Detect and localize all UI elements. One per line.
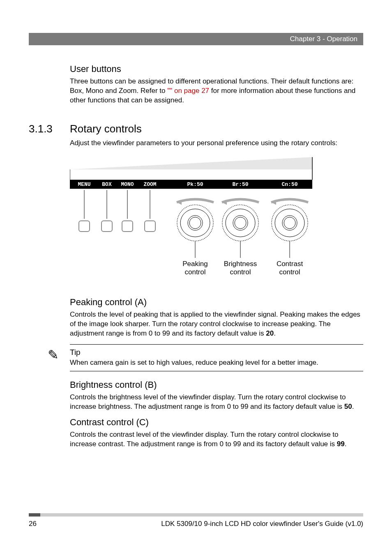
brightness-para: Controls the brightness level of the vie… [70,393,363,412]
knob-peaking: Peaking control [177,199,214,276]
svg-point-32 [284,217,295,229]
page-number: 26 [29,520,37,528]
svg-text:control: control [279,268,300,276]
svg-marker-0 [70,157,312,169]
rotary-controls-diagram: MENU BOX MONO ZOOM Pk:50 Br:50 Cn:50 [70,157,363,285]
chapter-label: Chapter 3 - Operation [290,35,357,43]
svg-rect-9 [101,221,112,232]
svg-rect-11 [145,221,155,232]
svg-text:control: control [230,268,251,276]
svg-rect-10 [122,221,133,232]
peaking-para: Controls the level of peaking that is ap… [70,310,363,338]
svg-point-24 [235,217,246,229]
contrast-para: Controls the contrast level of the viewf… [70,430,363,449]
diagram-label-pk: Pk:50 [187,181,203,188]
diagram-label-box: BOX [102,181,112,188]
tip-title: Tip [70,348,363,357]
section-number: 3.1.3 [29,123,70,135]
page-footer: 26 LDK 5309/10 9-inch LCD HD color viewf… [29,513,363,528]
knob-brightness: Brightness control [222,199,259,276]
user-buttons-para: Three buttons can be assigned to differe… [70,77,363,105]
page-content: User buttons Three buttons can be assign… [29,64,363,507]
rotary-intro: Adjust the viewfinder parameters to your… [70,139,363,148]
user-buttons-heading: User buttons [70,64,363,74]
svg-text:Brightness: Brightness [224,260,257,268]
diagram-label-menu: MENU [78,181,90,188]
cross-reference-link[interactable]: "" on page 27 [167,87,209,95]
section-heading-row: 3.1.3 Rotary controls [29,123,363,135]
svg-text:control: control [184,268,205,276]
doc-title: LDK 5309/10 9-inch LCD HD color viewfind… [161,520,363,528]
peaking-heading: Peaking control (A) [70,297,363,308]
chapter-header: Chapter 3 - Operation [29,33,363,45]
diagram-label-cn: Cn:50 [281,181,297,188]
diagram-label-mono: MONO [121,181,134,188]
svg-text:Contrast: Contrast [277,260,303,268]
tip-block: ✎ Tip When camera gain is set to high va… [70,344,363,371]
svg-rect-8 [79,221,90,232]
diagram-label-br: Br:50 [232,181,248,188]
footer-stripe [29,513,363,517]
tip-body: When camera gain is set to high values, … [70,359,363,367]
contrast-heading: Contrast control (C) [70,417,363,428]
knob-contrast: Contrast control [271,199,308,276]
pencil-icon: ✎ [48,347,59,363]
svg-point-16 [189,217,201,229]
section-title: Rotary controls [70,123,142,135]
diagram-label-zoom: ZOOM [143,181,156,188]
svg-text:Peaking: Peaking [182,260,208,268]
brightness-heading: Brightness control (B) [70,380,363,390]
